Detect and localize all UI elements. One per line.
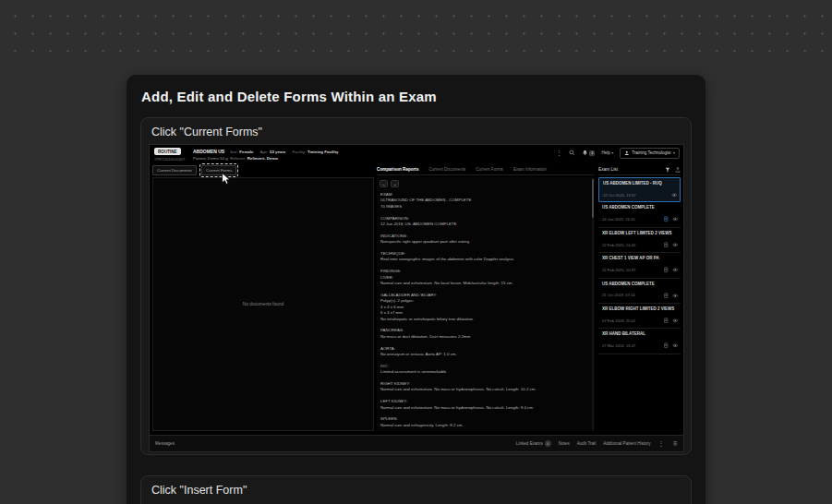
exam-list-title: Exam List	[598, 167, 618, 172]
report-icon[interactable]	[663, 242, 669, 248]
exam-list-items: US ABDOMEN LIMITED - RUQ 22 Oct 2024, 13…	[598, 177, 681, 431]
doc-tab-current-forms[interactable]: Current Forms	[201, 165, 236, 175]
view-images-icon[interactable]	[672, 267, 679, 273]
previous-report-button[interactable]: ←	[380, 180, 388, 187]
page-title: Add, Edit and Delete Forms Within an Exa…	[141, 89, 437, 104]
exam-item-name: XR ELBOW RIGHT LIMITED 2 VIEWS	[602, 306, 678, 312]
chevron-down-icon: ▾	[673, 151, 675, 155]
view-images-icon[interactable]	[672, 293, 679, 299]
audit-trail-button[interactable]: Audit Trail	[577, 441, 596, 446]
overflow-menu-icon[interactable]: ⋮	[556, 150, 562, 156]
age-label: Age:	[259, 150, 268, 154]
step-1-label: Click "Current Forms"	[151, 126, 262, 138]
exam-item-date: 27 Mar 2016, 16:47	[602, 343, 660, 348]
export-icon[interactable]	[675, 167, 681, 173]
priority-badge: ROUTINE	[154, 148, 181, 155]
linked-exams-label: Linked Exams	[516, 441, 543, 446]
notes-button[interactable]: Notes	[559, 441, 570, 446]
report-navigation: ← →	[380, 180, 402, 187]
additional-patient-history-button[interactable]: Additional Patient History	[603, 441, 650, 446]
view-images-icon[interactable]	[672, 242, 679, 248]
exam-item-name: XR ELBOW LEFT LIMITED 2 VIEWS	[602, 231, 678, 236]
exam-list-item[interactable]: US ABDOMEN COMPLETE 21 Oct 2019, 07:14	[598, 279, 681, 304]
report-icon[interactable]	[663, 293, 669, 299]
search-icon[interactable]	[569, 150, 575, 156]
messages-button[interactable]: Messages	[155, 441, 175, 446]
no-documents-message: No documents found	[243, 302, 283, 306]
list-view-icon[interactable]	[672, 440, 679, 447]
exam-list-item[interactable]: XR ELBOW RIGHT LIMITED 2 VIEWS 07 Feb 20…	[598, 304, 681, 329]
step-2-label: Click "Insert Form"	[151, 484, 247, 497]
tab-current-forms[interactable]: Current Forms	[476, 167, 503, 172]
linked-exams-button[interactable]: Linked Exams 0	[516, 440, 551, 447]
report-icon[interactable]	[663, 342, 669, 349]
exam-list-item[interactable]: US ABDOMEN LIMITED - RUQ 22 Oct 2024, 13…	[598, 177, 681, 202]
view-images-icon[interactable]	[672, 216, 679, 222]
mouse-cursor	[222, 173, 231, 185]
exam-list-item[interactable]: US ABDOMEN COMPLETE 14 Jun 2021, 11:10	[598, 202, 681, 227]
tab-current-documents[interactable]: Current Documents	[428, 167, 465, 172]
footer-overflow-menu-icon[interactable]: ⋮	[658, 440, 665, 447]
exam-item-date: 14 Jun 2021, 11:10	[602, 217, 660, 222]
step-panel-current-forms: Click "Current Forms" ROUTINE #PRT202401…	[140, 117, 692, 455]
tab-comparison-reports[interactable]: Comparison Reports	[377, 167, 418, 172]
tutorial-card: Add, Edit and Delete Forms Within an Exa…	[127, 75, 705, 504]
view-images-icon[interactable]	[672, 342, 679, 349]
view-images-icon[interactable]	[671, 192, 678, 198]
app-screenshot: ROUTINE #PRT2024010307... ABDOMEN US Pat…	[149, 144, 684, 452]
next-report-button[interactable]: →	[391, 180, 399, 187]
patient-name: Patient, Demo 54.g	[193, 156, 228, 161]
referrer-value: Relievert, Demo	[247, 156, 278, 161]
notification-count-badge: 1	[589, 150, 595, 156]
chevron-down-icon: ▾	[611, 151, 613, 155]
doc-tab-current-documents[interactable]: Current Documents	[152, 165, 197, 175]
help-menu[interactable]: Help ▾	[601, 150, 613, 155]
app-header-actions: ⋮ 1 Help ▾ Training Technologist ▾	[556, 148, 680, 159]
exam-item-date: 22 Oct 2024, 13:57	[603, 193, 669, 198]
exam-item-meta: 22 Oct 2024, 13:57	[603, 192, 677, 198]
person-icon	[624, 150, 630, 156]
filter-icon[interactable]	[665, 167, 670, 173]
report-icon[interactable]	[663, 267, 669, 273]
exam-item-date: 21 Oct 2019, 07:14	[602, 293, 660, 297]
notifications-button[interactable]: 1	[582, 150, 596, 156]
exam-item-meta: 21 Oct 2019, 07:14	[602, 293, 678, 299]
patient-demographics: Sex:Female Age:53 years Facility:Trainin…	[230, 150, 338, 154]
exam-item-name: US ABDOMEN LIMITED - RUQ	[603, 181, 677, 186]
age-value: 53 years	[270, 150, 286, 154]
app-footer: Messages Linked Exams 0 Notes Audit Trai…	[150, 435, 683, 451]
step-panel-insert-form: Click "Insert Form"	[140, 475, 692, 504]
sex-value: Female	[239, 150, 253, 154]
report-icon[interactable]	[663, 318, 669, 324]
sex-field: Sex:Female	[230, 150, 253, 154]
tab-exam-information[interactable]: Exam Information	[513, 167, 547, 172]
report-icon[interactable]	[663, 216, 669, 222]
exam-item-name: US ABDOMEN COMPLETE	[602, 205, 678, 210]
exam-item-name: XR HAND BILATERAL	[602, 331, 678, 337]
exam-item-date: 12 Feb 2020, 10:42	[602, 243, 660, 247]
exam-list-item[interactable]: XR HAND BILATERAL 27 Mar 2016, 16:47	[598, 329, 681, 354]
age-field: Age:53 years	[259, 150, 285, 154]
exam-item-name: US ABDOMEN COMPLETE	[602, 282, 678, 287]
exam-item-date: 12 Feb 2020, 10:37	[602, 268, 660, 272]
facility-field: Facility:Training Facility	[293, 150, 339, 154]
exam-list-header: Exam List	[598, 164, 681, 175]
facility-value: Training Facility	[307, 150, 338, 154]
exam-item-name: XR CHEST 1 VIEW AP OR PA	[602, 256, 678, 261]
sex-label: Sex:	[230, 150, 238, 154]
referrer-field: Referrer:Relievert, Demo	[230, 156, 278, 161]
view-images-icon[interactable]	[672, 318, 679, 324]
report-scrollbar-thumb[interactable]	[592, 179, 594, 218]
accession-number: #PRT2024010307...	[154, 157, 188, 162]
facility-label: Facility:	[293, 150, 307, 154]
referrer-label: Referrer:	[230, 156, 246, 161]
exam-item-meta: 12 Feb 2020, 10:42	[602, 242, 678, 248]
exam-list-item[interactable]: XR ELBOW LEFT LIMITED 2 VIEWS 12 Feb 202…	[598, 228, 681, 253]
dot-pattern	[0, 0, 832, 52]
exam-item-date: 07 Feb 2018, 11:02	[602, 318, 660, 323]
exam-list-item[interactable]: XR CHEST 1 VIEW AP OR PA 12 Feb 2020, 10…	[598, 253, 681, 278]
report-body: EXAM: ULTRASOUND OF THE ABDOMEN - COMPLE…	[380, 192, 587, 429]
user-menu[interactable]: Training Technologist ▾	[620, 148, 680, 159]
exam-item-meta: 07 Feb 2018, 11:02	[602, 318, 678, 324]
exam-name: ABDOMEN US	[193, 149, 224, 154]
